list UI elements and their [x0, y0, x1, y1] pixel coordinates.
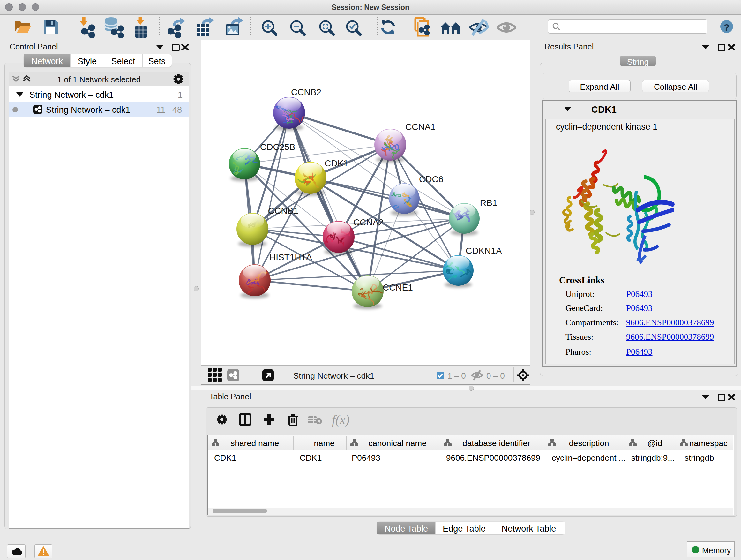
svg-text:CDC25B: CDC25B	[260, 142, 295, 152]
svg-text:CCNE1: CCNE1	[383, 283, 413, 293]
svg-text:RB1: RB1	[480, 198, 497, 208]
svg-text:CCNA2: CCNA2	[353, 217, 384, 227]
svg-text:CCNB1: CCNB1	[268, 206, 298, 216]
svg-text:CDC6: CDC6	[419, 174, 443, 184]
svg-text:CCNB2: CCNB2	[291, 87, 321, 97]
svg-text:CCNA1: CCNA1	[405, 122, 435, 132]
svg-text:CDKN1A: CDKN1A	[466, 246, 502, 256]
svg-text:CDK1: CDK1	[325, 159, 348, 168]
svg-text:HIST1H1A: HIST1H1A	[269, 252, 312, 262]
